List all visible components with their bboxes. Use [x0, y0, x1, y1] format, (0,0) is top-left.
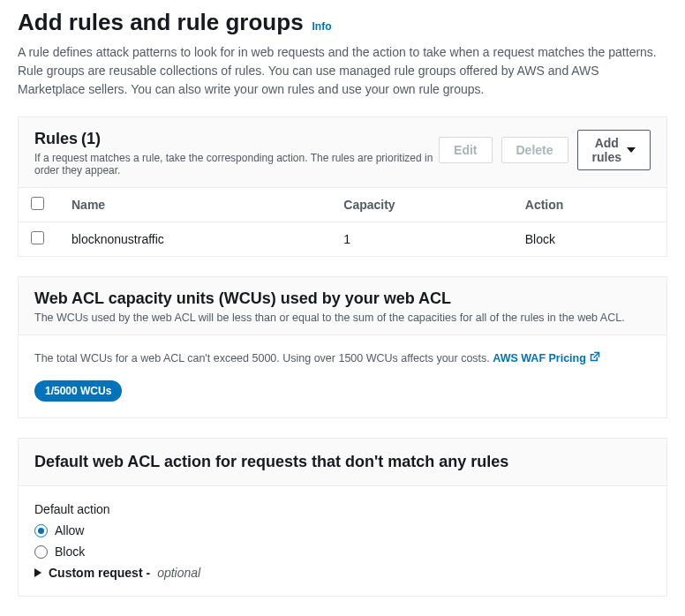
- add-rules-button[interactable]: Add rules: [577, 130, 651, 170]
- waf-pricing-label: AWS WAF Pricing: [493, 352, 586, 364]
- radio-allow-row[interactable]: Allow: [34, 523, 651, 537]
- rules-panel: Rules (1) If a request matches a rule, t…: [18, 116, 667, 257]
- add-rules-label: Add rules: [592, 136, 621, 164]
- default-action-panel: Default web ACL action for requests that…: [18, 438, 667, 597]
- radio-allow-label: Allow: [55, 523, 84, 537]
- custom-request-optional: optional: [157, 566, 200, 580]
- radio-block-label: Block: [55, 545, 85, 559]
- delete-button[interactable]: Delete: [501, 137, 568, 163]
- col-action: Action: [513, 188, 666, 222]
- external-link-icon: [590, 351, 600, 364]
- custom-request-expander[interactable]: Custom request - optional: [34, 566, 651, 580]
- row-name: blocknonustraffic: [59, 222, 331, 257]
- page-description: A rule defines attack patterns to look f…: [18, 43, 667, 99]
- caret-right-icon: [34, 568, 41, 577]
- caret-down-icon: [627, 147, 636, 153]
- waf-pricing-link[interactable]: AWS WAF Pricing: [493, 351, 600, 364]
- default-action-label: Default action: [34, 502, 651, 516]
- edit-button[interactable]: Edit: [439, 137, 492, 163]
- select-all-checkbox[interactable]: [31, 197, 44, 210]
- radio-block-row[interactable]: Block: [34, 545, 651, 559]
- rules-table: Name Capacity Action blocknonustraffic 1…: [19, 188, 666, 256]
- wcu-pill: 1/5000 WCUs: [34, 380, 122, 402]
- wcu-note: The total WCUs for a web ACL can't excee…: [34, 352, 493, 364]
- rules-title: Rules: [34, 130, 78, 147]
- page-title: Add rules and rule groups: [18, 9, 304, 35]
- wcu-panel: Web ACL capacity units (WCUs) used by yo…: [18, 276, 667, 418]
- table-row: blocknonustraffic 1 Block: [19, 222, 666, 257]
- radio-block[interactable]: [34, 545, 48, 559]
- wcu-description: The WCUs used by the web ACL will be les…: [34, 312, 651, 324]
- col-capacity: Capacity: [331, 188, 513, 222]
- info-link[interactable]: Info: [312, 20, 331, 33]
- wcu-title: Web ACL capacity units (WCUs) used by yo…: [34, 289, 651, 308]
- row-capacity: 1: [331, 222, 513, 257]
- rules-count: (1): [81, 130, 101, 147]
- col-name: Name: [59, 188, 331, 222]
- custom-request-label: Custom request -: [49, 566, 150, 580]
- radio-allow[interactable]: [34, 524, 48, 537]
- rules-subtitle: If a request matches a rule, take the co…: [34, 152, 439, 177]
- row-checkbox[interactable]: [31, 231, 44, 244]
- row-action: Block: [513, 222, 666, 257]
- default-action-title: Default web ACL action for requests that…: [19, 439, 666, 486]
